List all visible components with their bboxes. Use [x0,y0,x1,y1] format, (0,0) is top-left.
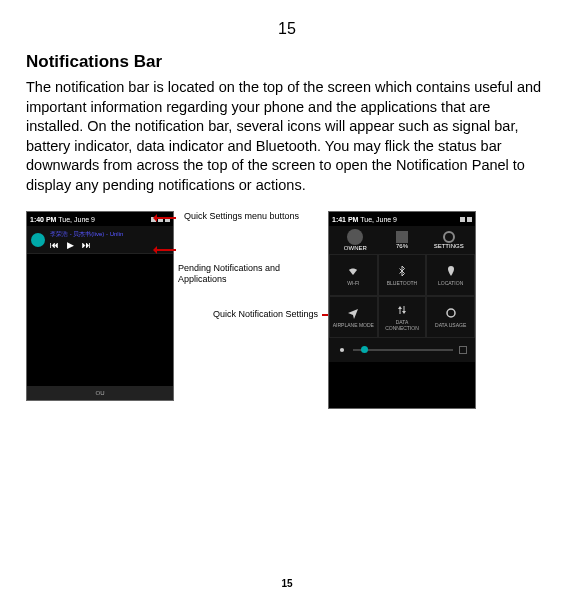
label-quick-notification-settings: Quick Notification Settings [208,309,318,319]
body-paragraph: The notification bar is located on the t… [26,78,548,195]
arrow-qs-buttons [154,217,176,219]
page-number-top: 15 [26,20,548,38]
tile-bluetooth[interactable]: BLUETOOTH [378,254,427,296]
svg-point-0 [447,309,455,317]
qs-owner[interactable]: OWNER [344,245,367,251]
forward-icon[interactable]: ⏭ [82,240,91,250]
location-icon [445,265,457,277]
svg-point-1 [340,348,344,352]
page-number-bottom: 15 [0,578,574,589]
label-pending-notifications: Pending Notifications and Applications [178,263,308,284]
label-quick-settings-buttons: Quick Settings menu buttons [184,211,304,221]
tile-airplane[interactable]: AIRPLANE MODE [329,296,378,338]
qs-grid-row2: AIRPLANE MODE DATA CONNECTION DATA USAGE [329,296,475,338]
signal-icon [460,217,465,222]
phone-notification-panel: 1:40 PM Tue, June 9 李荣浩 - 贝杰书(live) - Un… [26,211,174,401]
footer-bar: OU [27,386,173,400]
rewind-icon[interactable]: ⏮ [50,240,59,250]
tile-wifi[interactable]: WI-FI [329,254,378,296]
brightness-icon [337,345,347,355]
music-album-icon [31,233,45,247]
qs-grid-row1: WI-FI BLUETOOTH LOCATION [329,254,475,296]
figure-row: 1:40 PM Tue, June 9 李荣浩 - 贝杰书(live) - Un… [26,211,548,409]
play-icon[interactable]: ▶ [67,240,74,250]
arrow-pending [154,249,176,251]
status-date-left: Tue, June 9 [58,216,95,223]
data-connection-icon [396,304,408,316]
status-time-right: 1:41 PM [332,216,358,223]
qs-battery[interactable]: 76% [396,243,408,249]
avatar-icon [347,229,363,245]
auto-brightness-checkbox[interactable] [459,346,467,354]
status-time-left: 1:40 PM [30,216,56,223]
tile-location[interactable]: LOCATION [426,254,475,296]
bluetooth-icon [396,265,408,277]
tile-data-connection[interactable]: DATA CONNECTION [378,296,427,338]
status-bar-right: 1:41 PM Tue, June 9 [329,212,475,226]
brightness-row [329,338,475,362]
qs-settings[interactable]: SETTINGS [434,243,464,249]
qs-header: OWNER 76% SETTINGS [329,226,475,254]
callout-labels: Quick Settings menu buttons Pending Noti… [178,211,318,409]
phone-quick-settings: 1:41 PM Tue, June 9 OWNER 76% SETTINGS W… [328,211,476,409]
heading-notifications-bar: Notifications Bar [26,52,548,72]
battery-icon [467,217,472,222]
status-date-right: Tue, June 9 [360,216,397,223]
notification-title: 李荣浩 - 贝杰书(live) - Unlin [50,230,169,239]
battery-tile-icon [396,231,408,243]
data-usage-icon [445,307,457,319]
wifi-icon [347,265,359,277]
tile-data-usage[interactable]: DATA USAGE [426,296,475,338]
brightness-slider[interactable] [353,349,453,351]
airplane-icon [347,307,359,319]
gear-icon [443,231,455,243]
